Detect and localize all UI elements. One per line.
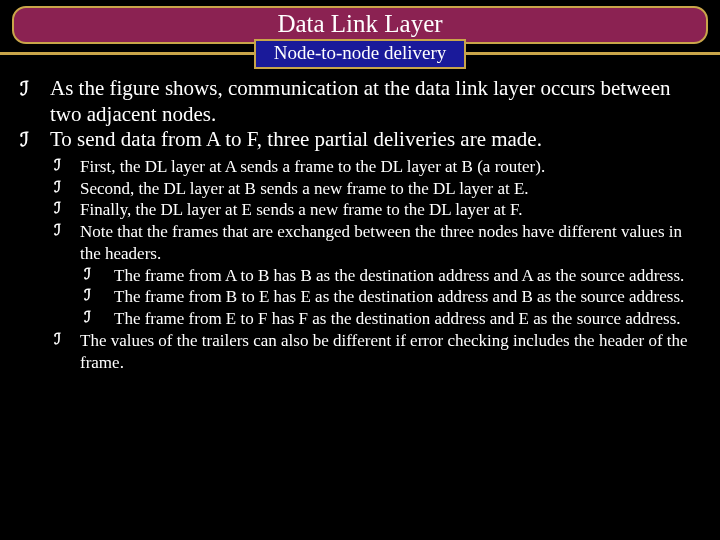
list-item: ℐ Note that the frames that are exchange…: [54, 221, 700, 265]
list-text: The frame from B to E has E as the desti…: [114, 286, 700, 308]
bullet-icon: ℐ: [20, 127, 50, 149]
list-item: ℐ The frame from B to E has E as the des…: [84, 286, 700, 308]
bullet-icon: ℐ: [54, 178, 80, 195]
slide-subtitle: Node-to-node delivery: [254, 39, 467, 69]
list-text: Note that the frames that are exchanged …: [80, 221, 700, 265]
list-item: ℐ As the figure shows, communication at …: [20, 76, 700, 127]
list-item: ℐ First, the DL layer at A sends a frame…: [54, 156, 700, 178]
list-item: ℐ The frame from E to F has F as the des…: [84, 308, 700, 330]
list-item: ℐ Finally, the DL layer at E sends a new…: [54, 199, 700, 221]
bullet-icon: ℐ: [54, 330, 80, 347]
bullet-icon: ℐ: [84, 308, 114, 325]
bullet-icon: ℐ: [84, 286, 114, 303]
list-text: Second, the DL layer at B sends a new fr…: [80, 178, 700, 200]
list-text: First, the DL layer at A sends a frame t…: [80, 156, 700, 178]
list-text: Finally, the DL layer at E sends a new f…: [80, 199, 700, 221]
list-text: To send data from A to F, three partial …: [50, 127, 700, 153]
list-text: The frame from A to B has B as the desti…: [114, 265, 700, 287]
bullet-icon: ℐ: [54, 199, 80, 216]
bullet-icon: ℐ: [84, 265, 114, 282]
slide-title: Data Link Layer: [277, 10, 442, 37]
bullet-icon: ℐ: [54, 156, 80, 173]
bullet-icon: ℐ: [20, 76, 50, 98]
list-item: ℐ To send data from A to F, three partia…: [20, 127, 700, 153]
list-text: The frame from E to F has F as the desti…: [114, 308, 700, 330]
slide-body: ℐ As the figure shows, communication at …: [0, 76, 720, 373]
list-text: The values of the trailers can also be d…: [80, 330, 700, 374]
list-item: ℐ Second, the DL layer at B sends a new …: [54, 178, 700, 200]
list-item: ℐ The frame from A to B has B as the des…: [84, 265, 700, 287]
bullet-icon: ℐ: [54, 221, 80, 238]
list-text: As the figure shows, communication at th…: [50, 76, 700, 127]
list-item: ℐ The values of the trailers can also be…: [54, 330, 700, 374]
